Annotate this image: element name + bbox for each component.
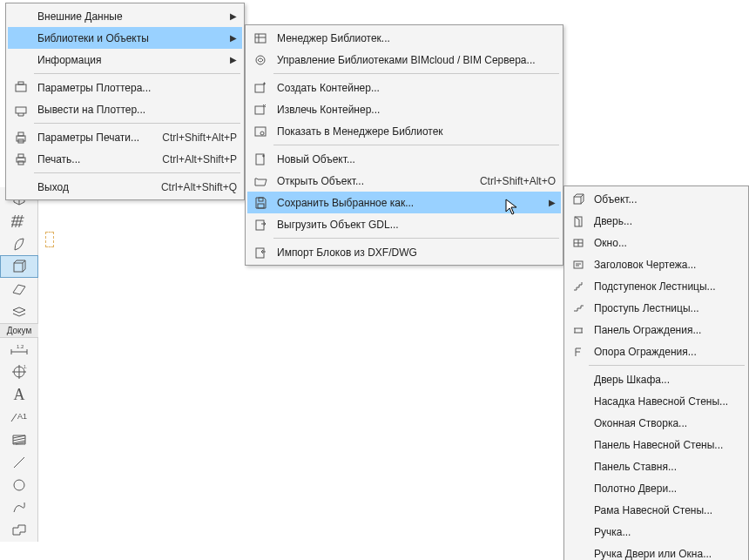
menu-item-save-drawing-title[interactable]: Заголовок Чертежа... (566, 253, 746, 275)
menu-item-extract-container[interactable]: Извлечь Контейнер... (247, 98, 561, 120)
menu-item-plot[interactable]: Вывести на Плоттер... (8, 98, 242, 120)
menu-item-save-window[interactable]: Окно... (566, 232, 746, 253)
menu-item-save-curtain-wall-frame[interactable]: Рама Навесной Стены... (566, 499, 746, 521)
svg-rect-15 (255, 34, 266, 43)
svg-rect-6 (16, 84, 26, 91)
menu-separator (34, 123, 240, 124)
selection-marker (45, 232, 54, 247)
lib-show-icon (251, 122, 270, 141)
menu-item-save-railing-panel[interactable]: Панель Ограждения... (566, 319, 746, 341)
tool-plane[interactable] (0, 278, 38, 300)
svg-rect-10 (18, 132, 24, 136)
menu-item-library-manager[interactable]: Менеджер Библиотек... (247, 27, 561, 49)
submenu-libraries: Менеджер Библиотек... Управление Библиот… (245, 24, 563, 266)
menu-item-plotter-params[interactable]: Параметры Плоттера... (8, 77, 242, 98)
tool-target[interactable]: 1.2 (0, 361, 38, 383)
left-toolbar: Докум 1.2 1.2 A A1 (0, 187, 38, 542)
open-object-icon (251, 172, 270, 191)
print-params-icon (11, 128, 30, 147)
stair-riser-icon (570, 277, 587, 296)
menu-item-print[interactable]: Печать... Ctrl+Alt+Shift+P (8, 148, 242, 170)
door-icon (570, 212, 587, 231)
toolbar-section-label: Докум (0, 323, 38, 338)
svg-text:1.2: 1.2 (17, 344, 24, 349)
menu-item-show-in-manager[interactable]: Показать в Менеджере Библиотек (247, 120, 561, 142)
menu-separator (273, 73, 559, 74)
svg-rect-24 (256, 220, 264, 230)
tool-layers[interactable] (0, 300, 38, 323)
print-icon (11, 150, 30, 169)
tool-dimension[interactable]: 1.2 (0, 338, 38, 361)
export-gdl-icon (251, 215, 270, 234)
svg-rect-17 (255, 84, 264, 92)
new-object-icon (251, 150, 270, 169)
svg-text:1.2: 1.2 (24, 364, 27, 369)
menu-separator (34, 172, 240, 173)
menu-item-libraries-objects[interactable]: Библиотеки и Объекты ▶ (8, 27, 242, 49)
menu-item-import-dxf[interactable]: Импорт Блоков из DXF/DWG (247, 241, 561, 263)
menu-item-save-object[interactable]: Объект... (566, 188, 746, 210)
menu-separator (589, 365, 745, 366)
save-as-icon (251, 193, 270, 213)
tool-spline[interactable] (0, 496, 38, 519)
menu-item-save-cabinet-door[interactable]: Дверь Шкафа... (566, 368, 746, 390)
menu-separator (34, 73, 240, 74)
svg-rect-23 (259, 198, 263, 201)
menu-item-information[interactable]: Информация ▶ (8, 49, 242, 71)
svg-rect-26 (574, 197, 581, 204)
submenu-save-as: Объект... Дверь... Окно... Заголовок Чер… (563, 186, 749, 560)
svg-rect-22 (258, 204, 264, 208)
menu-item-save-stair-tread[interactable]: Проступь Лестницы... (566, 297, 746, 319)
menu-item-new-object[interactable]: Новый Объект... (247, 148, 561, 170)
svg-text:A1: A1 (17, 412, 27, 421)
svg-rect-18 (255, 106, 264, 114)
menu-item-save-curtain-wall-panel[interactable]: Панель Навесной Стены... (566, 434, 746, 455)
menu-separator (273, 145, 559, 145)
menu-item-external-data[interactable]: Внешние Данные ▶ (8, 5, 242, 27)
menu-item-save-door-window-handle[interactable]: Ручка Двери или Окна... (566, 543, 746, 560)
menu-item-create-container[interactable]: Создать Контейнер... (247, 77, 561, 98)
container-extract-icon (251, 100, 270, 119)
library-manager-icon (251, 29, 270, 48)
menu-item-exit[interactable]: Выход Ctrl+Alt+Shift+Q (8, 176, 242, 198)
menu-item-bimcloud-libs[interactable]: Управление Библиотеками BIMcloud / BIM С… (247, 49, 561, 71)
svg-rect-8 (16, 107, 26, 113)
svg-rect-0 (14, 263, 23, 272)
tool-line[interactable] (0, 451, 38, 474)
svg-rect-29 (574, 261, 583, 268)
stair-tread-icon (570, 299, 587, 318)
tool-grid[interactable] (0, 210, 38, 233)
menu-item-save-handle[interactable]: Ручка... (566, 521, 746, 543)
tool-box-selected[interactable] (0, 255, 38, 278)
menu-item-save-window-sash[interactable]: Оконная Створка... (566, 412, 746, 434)
menu-separator (273, 238, 559, 239)
railing-panel-icon (570, 320, 587, 340)
railing-post-icon (570, 342, 587, 361)
svg-rect-27 (575, 217, 582, 226)
tool-circle[interactable] (0, 474, 38, 496)
menu-item-print-params[interactable]: Параметры Печати... Ctrl+Shift+Alt+P (8, 126, 242, 148)
svg-rect-13 (18, 154, 24, 158)
menu-item-save-curtain-wall-cap[interactable]: Насадка Навесной Стены... (566, 390, 746, 412)
menu-item-save-stair-riser[interactable]: Подступенок Лестницы... (566, 275, 746, 297)
tool-text[interactable]: A (0, 383, 38, 406)
menu-item-export-gdl[interactable]: Выгрузить Объект GDL... (247, 213, 561, 235)
tool-leaf[interactable] (0, 233, 38, 255)
tool-shape[interactable] (0, 519, 38, 542)
menu-item-save-shutter-panel[interactable]: Панель Ставня... (566, 455, 746, 477)
menu-item-save-door-leaf[interactable]: Полотно Двери... (566, 477, 746, 499)
bimcloud-icon (251, 51, 270, 70)
tool-hatch[interactable] (0, 428, 38, 451)
menu-item-save-selected-as[interactable]: Сохранить Выбранное как... ▶ (247, 192, 561, 213)
submenu-arrow-icon: ▶ (225, 33, 237, 43)
svg-point-20 (260, 132, 264, 135)
submenu-arrow-icon: ▶ (543, 198, 556, 207)
menu-item-open-object[interactable]: Открыть Объект... Ctrl+Shift+Alt+O (247, 170, 561, 192)
menu-item-save-door[interactable]: Дверь... (566, 210, 746, 232)
container-create-icon (251, 78, 270, 98)
menu-item-save-railing-post[interactable]: Опора Ограждения... (566, 341, 746, 362)
object-icon (570, 190, 587, 209)
svg-rect-7 (18, 82, 24, 84)
tool-marker[interactable]: A1 (0, 406, 38, 428)
plot-icon (11, 100, 30, 119)
